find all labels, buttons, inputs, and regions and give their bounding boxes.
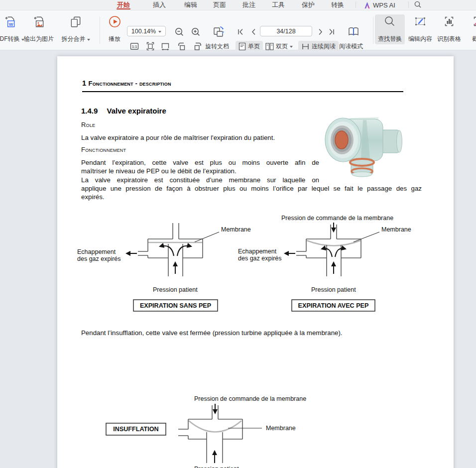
pression-patient-label: Pression patient bbox=[311, 286, 356, 293]
header-rule bbox=[82, 91, 403, 92]
chevron-down-icon bbox=[290, 46, 293, 48]
recognize-table-icon bbox=[443, 15, 455, 27]
tab-page[interactable]: 页面 bbox=[209, 0, 231, 10]
menu-separator bbox=[356, 1, 356, 8]
toolbar-separator bbox=[373, 16, 373, 44]
continuous-reading-label: 连续阅读 bbox=[312, 42, 336, 51]
rotate-document-button[interactable] bbox=[212, 26, 225, 38]
reading-mode-book-button[interactable] bbox=[347, 26, 360, 38]
zoom-in-icon bbox=[191, 27, 201, 37]
command-pressure-label: Pression de commande de la membrane bbox=[281, 215, 393, 222]
insufflation-paragraph: Pendant l’insufflation, cette valve est … bbox=[81, 329, 343, 337]
continuous-reading-icon bbox=[301, 42, 310, 51]
tab-home[interactable]: 开始 bbox=[113, 0, 134, 10]
chapter-header: 1 Fonctionnement - description bbox=[82, 79, 171, 88]
pression-patient-label: Pression patient bbox=[194, 466, 239, 468]
rotate-left-icon bbox=[177, 41, 187, 51]
expiration-paragraph-line2: maîtriser le niveau de PEP ou le débit d… bbox=[81, 167, 237, 175]
tab-protect[interactable]: 保护 bbox=[297, 0, 319, 10]
tab-convert[interactable]: 转换 bbox=[327, 0, 349, 10]
play-label: 播放 bbox=[109, 35, 120, 43]
echappement-label-line2: des gaz expirés bbox=[77, 255, 121, 262]
pdf-convert-icon: W bbox=[3, 15, 16, 28]
membrane-paragraph-line3: expirés. bbox=[81, 193, 105, 201]
diagram-expiration-avec-pep: Pression de commande de la membrane bbox=[238, 215, 411, 311]
first-page-button[interactable] bbox=[236, 26, 245, 38]
screenshot-label: 截图 bbox=[472, 35, 476, 43]
section-number: 1.4.9 bbox=[81, 107, 98, 115]
search-icon bbox=[414, 0, 422, 8]
membrane-label: Membrane bbox=[221, 226, 251, 233]
export-image-button[interactable]: 输出为图片 bbox=[23, 14, 55, 44]
screenshot-button[interactable]: 截图 bbox=[464, 14, 476, 44]
recognize-table-button[interactable]: 识别表格 bbox=[435, 14, 463, 44]
split-merge-icon bbox=[69, 15, 82, 28]
export-image-icon bbox=[32, 15, 45, 28]
open-book-icon bbox=[347, 26, 360, 38]
page-indicator-input[interactable]: 34/128 bbox=[260, 26, 312, 36]
double-page-label: 双页 bbox=[276, 42, 288, 51]
tab-tools[interactable]: 工具 bbox=[267, 0, 289, 10]
membrane-label: Membrane bbox=[381, 226, 411, 233]
recognize-table-label: 识别表格 bbox=[437, 35, 461, 43]
tab-home-label: 开始 bbox=[117, 1, 130, 8]
single-page-icon bbox=[238, 42, 246, 51]
zoom-in-button[interactable] bbox=[191, 26, 201, 38]
membrane-paragraph-line1: La valve expiratoire est constituée d’un… bbox=[81, 176, 319, 184]
diagram-insufflation-shapes: Pression de commande de la membrane Memb… bbox=[106, 395, 306, 468]
expiration-paragraph-line1: Pendant l’expiration, cette valve est pl… bbox=[81, 158, 319, 167]
split-merge-label: 拆分合并 bbox=[62, 35, 86, 43]
play-button[interactable]: 播放 bbox=[103, 14, 126, 44]
active-tab-underline bbox=[117, 8, 130, 10]
chevron-down-icon bbox=[158, 31, 161, 33]
tab-wps-ai[interactable]: WPS AI bbox=[363, 0, 395, 10]
diagram-expiration-sans-pep: Membrane Echappement des gaz expirés Pre… bbox=[77, 223, 251, 311]
wps-pdf-viewer-window: 开始 插入 编辑 页面 批注 工具 保护 转换 WPS AI bbox=[0, 0, 476, 468]
double-page-icon bbox=[265, 42, 274, 51]
pdf-convert-button[interactable]: W PDF转换 bbox=[0, 14, 26, 44]
split-merge-button[interactable]: 拆分合并 bbox=[60, 14, 92, 44]
find-replace-icon bbox=[384, 15, 396, 27]
fit-width-icon bbox=[160, 41, 170, 51]
zoom-level-select[interactable]: 100.14% bbox=[127, 26, 166, 36]
echappement-label-line1: Echappement bbox=[77, 248, 116, 255]
single-page-label: 单页 bbox=[248, 42, 260, 51]
section-title: Valve expiratoire bbox=[107, 107, 166, 115]
previous-page-button[interactable] bbox=[249, 26, 258, 38]
document-canvas[interactable]: 1 Fonctionnement - description 1.4.9 Val… bbox=[0, 50, 476, 468]
previous-page-icon bbox=[249, 27, 258, 36]
find-replace-button[interactable]: 查找替换 bbox=[375, 14, 405, 44]
edit-content-button[interactable]: 编辑内容 bbox=[406, 14, 434, 44]
zoom-out-icon bbox=[174, 27, 184, 37]
toolbar-separator bbox=[100, 16, 100, 44]
actual-size-icon: 1:1 bbox=[129, 41, 139, 51]
chevron-down-icon bbox=[87, 39, 90, 41]
play-icon bbox=[109, 15, 121, 28]
tab-edit[interactable]: 编辑 bbox=[180, 0, 202, 10]
pression-patient-label: Pression patient bbox=[153, 286, 198, 293]
command-pressure-label: Pression de commande de la membrane bbox=[194, 395, 306, 402]
tab-insert[interactable]: 插入 bbox=[148, 0, 170, 10]
membrane-paragraph-line2: applique une pression de façon à obstrue… bbox=[81, 184, 422, 193]
svg-text:1:1: 1:1 bbox=[132, 45, 137, 48]
zoom-out-button[interactable] bbox=[174, 26, 184, 38]
find-replace-label: 查找替换 bbox=[378, 35, 402, 43]
diagram-caption: EXPIRATION SANS PEP bbox=[140, 302, 211, 309]
rotate-right-icon bbox=[193, 41, 203, 51]
valve-photo-shapes bbox=[325, 117, 402, 177]
menu-search-button[interactable] bbox=[414, 0, 422, 10]
echappement-label-line2: des gaz expirés bbox=[238, 255, 282, 262]
last-page-button[interactable] bbox=[327, 26, 336, 38]
menu-separator bbox=[408, 1, 409, 8]
wps-ai-logo-icon bbox=[363, 1, 371, 9]
diagram-insufflation: Pression de commande de la membrane Memb… bbox=[100, 392, 329, 468]
menubar: 开始 插入 编辑 页面 批注 工具 保护 转换 WPS AI bbox=[0, 0, 476, 10]
diagram-caption: EXPIRATION AVEC PEP bbox=[298, 302, 369, 309]
section-heading: 1.4.9 Valve expiratoire bbox=[81, 107, 166, 115]
next-page-button[interactable] bbox=[316, 26, 325, 38]
export-image-label: 输出为图片 bbox=[24, 35, 54, 43]
tab-annotate[interactable]: 批注 bbox=[238, 0, 260, 10]
page-indicator-value: 34/128 bbox=[276, 28, 295, 35]
operation-label: Fonctionnement bbox=[81, 146, 126, 153]
role-paragraph: La valve expiratoire a pour rôle de maît… bbox=[81, 133, 275, 142]
